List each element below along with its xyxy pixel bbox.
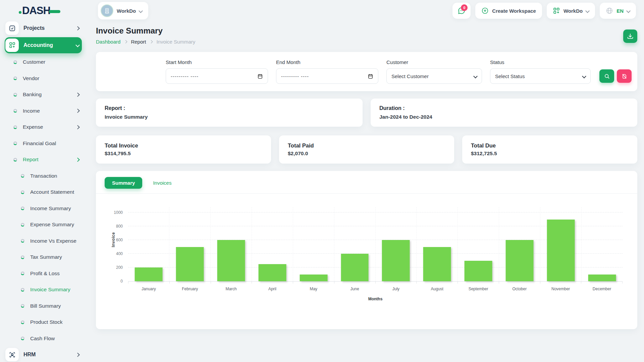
main-content: Invoice Summary DashboardReportInvoice S… [96, 21, 637, 329]
tab-summary[interactable]: Summary [105, 177, 142, 189]
sidebar-item-bill-summary[interactable]: Bill Summary [5, 298, 82, 314]
user-scan-icon [5, 348, 19, 361]
notifications-button[interactable]: 0 [452, 3, 471, 19]
workdo-apps-button[interactable]: WorkDo [547, 3, 595, 19]
sidebar-item-report[interactable]: Report [5, 152, 82, 168]
breadcrumb-item[interactable]: Dashboard [96, 39, 120, 45]
sidebar-item-banking[interactable]: Banking [5, 86, 82, 103]
donut-bullet-icon [13, 158, 17, 162]
sidebar-item-label: Income Vs Expense [30, 238, 82, 244]
customer-field: Customer Select Customer [386, 59, 482, 84]
bar-february[interactable] [176, 247, 204, 282]
end-month-input[interactable]: --------- ---- [276, 68, 378, 84]
bar-november[interactable] [547, 220, 575, 282]
sidebar-item-cash-flow[interactable]: Cash Flow [5, 330, 82, 347]
sidebar-item-financial-goal[interactable]: Financial Goal [5, 135, 82, 152]
bar-october[interactable] [506, 240, 534, 281]
sidebar-item-income-vs-expense[interactable]: Income Vs Expense [5, 233, 82, 249]
start-month-field: Start Month --------- ---- [166, 59, 268, 84]
sidebar-item-expense[interactable]: Expense [5, 119, 82, 135]
donut-bullet-icon [13, 109, 17, 113]
bar-march[interactable] [217, 240, 245, 281]
customer-select[interactable]: Select Customer [386, 68, 482, 84]
donut-bullet-icon [21, 223, 24, 227]
bar-july[interactable] [382, 240, 410, 281]
sidebar-item-tax-summary[interactable]: Tax Summary [5, 249, 82, 265]
chart-plot-area: 02004006008001000 [128, 207, 623, 282]
language-selector[interactable]: EN [600, 3, 636, 19]
sidebar-item-customer[interactable]: Customer [5, 54, 82, 70]
donut-bullet-icon [21, 239, 24, 243]
sidebar-item-label: Customer [23, 59, 82, 65]
start-month-input[interactable]: --------- ---- [166, 68, 268, 84]
duration-card: Duration : Jan-2024 to Dec-2024 [371, 99, 637, 127]
sidebar-item-label: Invoice Summary [30, 287, 82, 293]
sidebar-item-product-stock[interactable]: Product Stock [5, 314, 82, 330]
sidebar-item-accounting[interactable]: Accounting [5, 37, 82, 54]
y-tick-label: 600 [116, 238, 123, 242]
x-tick [581, 282, 623, 284]
breadcrumb-item[interactable]: Report [131, 39, 146, 45]
bar-april[interactable] [258, 264, 286, 281]
y-tick-label: 1000 [114, 210, 123, 215]
bar-may[interactable] [300, 275, 327, 282]
create-workspace-label: Create Workspace [492, 8, 536, 14]
category-cell [128, 207, 169, 281]
bar-september[interactable] [465, 261, 492, 282]
bar-june[interactable] [341, 254, 369, 281]
status-field: Status Select Status [490, 59, 591, 84]
x-tick-label: June [334, 287, 375, 291]
donut-bullet-icon [21, 337, 24, 340]
end-month-label: End Month [276, 59, 378, 65]
donut-bullet-icon [21, 206, 24, 210]
bar-august[interactable] [423, 247, 451, 282]
stat-label: Total Invoice [105, 142, 262, 149]
donut-bullet-icon [21, 255, 24, 259]
checkbox-icon [5, 21, 19, 35]
status-select[interactable]: Select Status [490, 68, 591, 84]
sidebar-item-income-summary[interactable]: Income Summary [5, 200, 82, 217]
sidebar-item-label: Product Stock [30, 319, 82, 325]
workspace-switcher[interactable]: WorkDo [98, 2, 148, 19]
x-tick [499, 282, 540, 284]
reset-filter-button[interactable] [617, 69, 632, 83]
workspace-name: WorkDo [117, 8, 136, 14]
sidebar-item-profit-loss[interactable]: Profit & Loss [5, 265, 82, 282]
grid-plus-icon [553, 7, 560, 14]
tab-invoices[interactable]: Invoices [146, 177, 179, 189]
bar-december[interactable] [588, 275, 616, 282]
category-cell [169, 207, 211, 281]
create-workspace-button[interactable]: Create Workspace [475, 3, 542, 19]
x-tick [540, 282, 582, 284]
stat-label: Total Paid [288, 142, 445, 149]
sidebar-item-account-statement[interactable]: Account Statement [5, 184, 82, 200]
x-tick-label: January [128, 287, 169, 291]
donut-bullet-icon [21, 174, 24, 178]
duration-card-title: Duration : [379, 105, 629, 111]
sidebar-item-expense-summary[interactable]: Expense Summary [5, 217, 82, 233]
sidebar-item-transaction[interactable]: Transaction [5, 168, 82, 184]
sidebar-item-income[interactable]: Income [5, 103, 82, 119]
category-cell [293, 207, 334, 281]
bar-january[interactable] [135, 267, 163, 281]
search-button[interactable] [599, 69, 614, 83]
reset-icon [621, 73, 628, 79]
sidebar-item-label: Expense Summary [30, 222, 82, 228]
sidebar-item-invoice-summary[interactable]: Invoice Summary [5, 282, 82, 298]
download-button[interactable] [623, 29, 637, 43]
chevron-right-icon [71, 27, 79, 30]
breadcrumb-separator-icon [150, 40, 153, 44]
category-cell [252, 207, 293, 281]
sidebar-item-vendor[interactable]: Vendor [5, 70, 82, 87]
notification-count-badge: 0 [461, 4, 468, 11]
donut-bullet-icon [13, 125, 17, 129]
app-logo[interactable]: DASH [19, 5, 98, 17]
sidebar-item-label: Profit & Loss [30, 270, 82, 277]
sidebar-item-hrm[interactable]: HRM [5, 347, 82, 362]
sidebar-item-projects[interactable]: Projects [5, 20, 82, 37]
sidebar-item-label: Cash Flow [30, 336, 82, 342]
stats-row: Total Invoice$314,795.5Total Paid$2,070.… [96, 135, 637, 164]
x-tick [211, 282, 252, 284]
chart-tabs: SummaryInvoices [96, 171, 637, 193]
sidebar-item-label: Financial Goal [23, 140, 82, 146]
